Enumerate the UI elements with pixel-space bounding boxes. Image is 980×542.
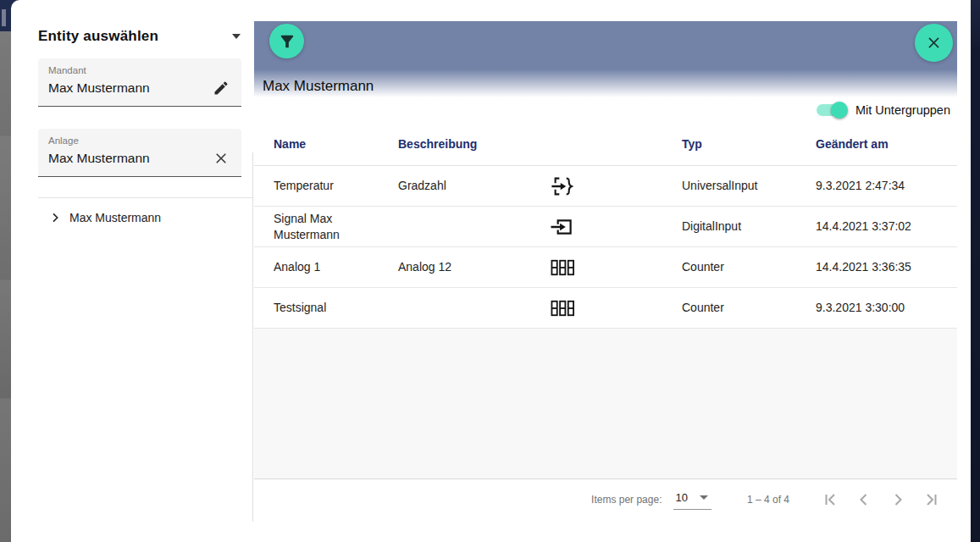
table-empty-area <box>254 329 957 479</box>
table-row[interactable]: Temperatur Gradzahl UniversalInput 9.3.2… <box>254 166 957 207</box>
background-right-strip <box>971 0 980 542</box>
chevron-right-icon <box>48 211 62 224</box>
sidebar: Entity auswählen Mandant Max Mustermann … <box>11 0 252 542</box>
filter-button[interactable] <box>269 24 304 58</box>
paginator-nav <box>820 489 942 510</box>
first-page-icon <box>820 489 840 510</box>
tree-item-label: Max Mustermann <box>69 211 161 224</box>
chevron-left-icon <box>854 489 874 510</box>
panel-title: Max Mustermann <box>263 78 374 95</box>
counter-icon <box>551 300 682 317</box>
filter-icon <box>278 32 296 51</box>
cell-typ: Counter <box>682 300 816 316</box>
cell-name: Analog 1 <box>274 259 398 275</box>
sidebar-right-border <box>252 152 253 522</box>
toggle-row: Mit Untergruppen <box>254 97 957 123</box>
close-button[interactable] <box>915 24 953 62</box>
table-row[interactable]: Analog 1 Analog 12 Counter 14.4.2021 3:3… <box>254 247 957 288</box>
close-icon <box>926 35 942 51</box>
clear-icon[interactable] <box>211 148 231 169</box>
sidebar-title: Entity auswählen <box>38 28 158 45</box>
mandant-field[interactable]: Mandant Max Mustermann <box>38 58 241 107</box>
panel-title-area: Max Mustermann <box>254 69 957 97</box>
background-left-strip <box>0 0 11 542</box>
entity-dialog: Entity auswählen Mandant Max Mustermann … <box>11 0 971 542</box>
anlage-label: Anlage <box>48 136 231 146</box>
cell-name: Testsignal <box>274 300 398 316</box>
table-header-row: Name Beschreibung Typ Geändert am <box>254 123 957 166</box>
cell-name: Signal Max Mustermann <box>274 211 398 243</box>
page-size-value: 10 <box>675 491 687 504</box>
cell-geaendert-am: 9.3.2021 3:30:00 <box>816 300 957 316</box>
cell-name: Temperatur <box>274 178 398 194</box>
mandant-label: Mandant <box>48 65 231 75</box>
column-header-typ: Typ <box>682 137 816 151</box>
digital-input-icon <box>551 216 682 238</box>
edit-icon[interactable] <box>211 78 231 98</box>
sidebar-divider <box>38 197 252 198</box>
items-per-page-label: Items per page: <box>591 494 662 506</box>
page-size-select[interactable]: 10 <box>673 489 711 510</box>
panel-toolbar <box>254 21 957 69</box>
last-page-icon <box>922 489 942 510</box>
paginator: Items per page: 10 1 – 4 of 4 <box>254 479 957 542</box>
toggle-label: Mit Untergruppen <box>855 103 950 117</box>
next-page-button[interactable] <box>888 489 908 510</box>
cell-typ: Counter <box>682 259 816 275</box>
chevron-down-icon[interactable] <box>232 34 241 39</box>
table-row[interactable]: Testsignal Counter 9.3.2021 3:30:00 <box>254 288 957 329</box>
cell-geaendert-am: 14.4.2021 3:36:35 <box>816 259 957 275</box>
sidebar-header: Entity auswählen <box>38 28 241 45</box>
universal-input-icon <box>551 175 682 197</box>
chevron-down-icon <box>700 495 708 500</box>
counter-icon <box>551 259 682 276</box>
entity-panel: Max Mustermann Mit Untergruppen Name Bes… <box>254 21 957 542</box>
untergruppen-toggle[interactable] <box>817 104 845 116</box>
toggle-thumb-icon <box>831 102 848 119</box>
cell-beschreibung: Analog 12 <box>398 259 512 275</box>
column-header-name: Name <box>274 137 398 151</box>
cell-geaendert-am: 9.3.2021 2:47:34 <box>816 178 957 194</box>
cell-beschreibung: Gradzahl <box>398 178 512 194</box>
range-label: 1 – 4 of 4 <box>747 494 789 506</box>
anlage-field[interactable]: Anlage Max Mustermann <box>38 129 241 177</box>
cell-geaendert-am: 14.4.2021 3:37:02 <box>816 218 957 235</box>
last-page-button[interactable] <box>922 489 942 510</box>
chevron-right-icon <box>888 489 908 510</box>
table-row[interactable]: Signal Max Mustermann DigitalInput 14.4.… <box>254 207 957 247</box>
previous-page-button[interactable] <box>854 489 874 510</box>
column-header-beschreibung: Beschreibung <box>398 137 512 151</box>
tree-item-max-mustermann[interactable]: Max Mustermann <box>48 211 252 224</box>
cell-typ: UniversalInput <box>682 178 816 194</box>
anlage-value: Max Mustermann <box>48 151 150 166</box>
mandant-value: Max Mustermann <box>48 80 150 96</box>
column-header-geaendert-am: Geändert am <box>816 137 957 151</box>
first-page-button[interactable] <box>820 489 840 510</box>
cell-typ: DigitalInput <box>682 218 816 235</box>
